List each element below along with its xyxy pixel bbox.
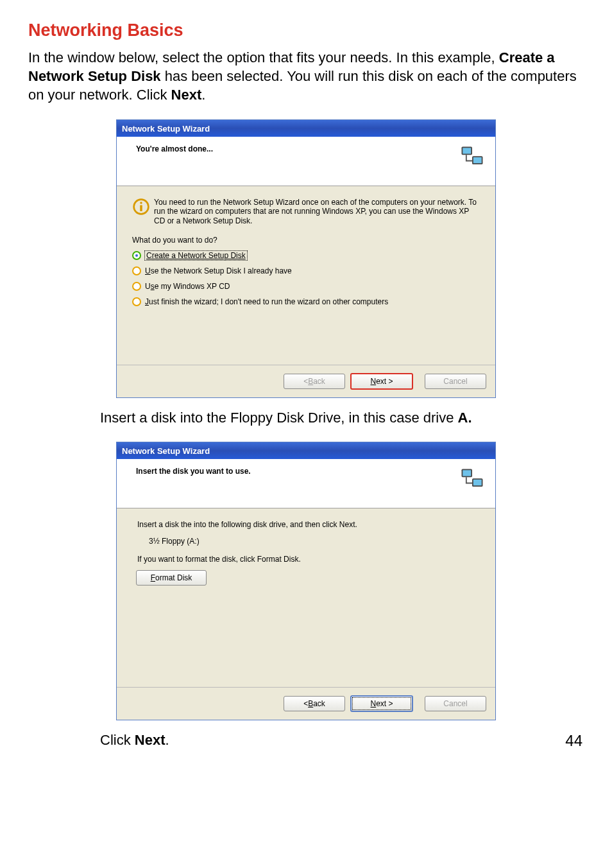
wizard2-line1: Insert a disk the into the following dis… (137, 520, 480, 529)
svg-rect-10 (473, 480, 482, 485)
wizard1-info-text: You need to run the Network Setup Wizard… (154, 198, 480, 225)
intro-part1: In the window below, select the option t… (28, 49, 499, 65)
cancel-button: Cancel (425, 374, 486, 389)
wizard2-button-bar: < Back Next > Cancel (117, 687, 495, 720)
wizard2-drive: 3½ Floppy (A:) (149, 537, 480, 546)
midtext-bold: A. (458, 410, 472, 426)
svg-rect-6 (140, 205, 142, 211)
info-icon (132, 198, 150, 216)
wizard1-button-bar: < Back Next > Cancel (117, 365, 495, 397)
wizard-dialog-2: Network Setup Wizard Insert the disk you… (116, 442, 496, 720)
wizard2-line2: If you want to format the disk, click Fo… (137, 555, 480, 564)
svg-point-5 (140, 202, 142, 204)
svg-rect-1 (463, 148, 471, 153)
network-icon (458, 465, 486, 494)
radio-use-existing-label: Use the Network Setup Disk I already hav… (145, 266, 292, 275)
wizard1-titlebar: Network Setup Wizard (117, 120, 495, 137)
wizard1-title: Network Setup Wizard (122, 124, 210, 134)
radio-just-finish[interactable]: Just finish the wizard; I don't need to … (132, 297, 480, 306)
page-number: 44 (28, 732, 584, 750)
wizard1-header: You're almost done... (117, 137, 495, 186)
wizard1-content: You need to run the Network Setup Wizard… (117, 186, 495, 365)
wizard2-titlebar: Network Setup Wizard (117, 442, 495, 459)
wizard-dialog-1: Network Setup Wizard You're almost done.… (116, 119, 496, 398)
format-disk-button[interactable]: Format Disk (136, 570, 207, 586)
midtext-part1: Insert a disk into the Floppy Disk Drive… (100, 410, 458, 426)
next-button[interactable]: Next > (350, 373, 413, 390)
wizard2-header: Insert the disk you want to use. (117, 459, 495, 508)
svg-rect-8 (463, 470, 471, 476)
cancel-button: Cancel (425, 696, 486, 711)
section-title: Networking Basics (28, 21, 584, 40)
wizard2-content: Insert a disk the into the following dis… (117, 508, 495, 687)
radio-use-existing-disk[interactable]: Use the Network Setup Disk I already hav… (132, 266, 480, 275)
wizard2-heading: Insert the disk you want to use. (136, 465, 251, 476)
intro-paragraph: In the window below, select the option t… (28, 48, 584, 104)
wizard2-title: Network Setup Wizard (122, 446, 210, 456)
back-button: < Back (284, 374, 345, 389)
svg-rect-3 (473, 157, 482, 163)
back-button[interactable]: < Back (284, 696, 345, 711)
radio-empty-icon (132, 266, 141, 275)
intro-part3: . (201, 87, 205, 103)
network-icon (458, 143, 486, 171)
radio-just-finish-label: Just finish the wizard; I don't need to … (145, 297, 388, 306)
next-button[interactable]: Next > (350, 695, 413, 712)
intro-bold2: Next (171, 87, 202, 103)
wizard1-question: What do you want to do? (132, 236, 480, 245)
radio-use-xp-cd-label: Use my Windows XP CD (145, 282, 230, 291)
radio-empty-icon (132, 282, 141, 291)
radio-empty-icon (132, 297, 141, 306)
radio-create-disk[interactable]: Create a Network Setup Disk (132, 251, 480, 260)
radio-create-disk-label: Create a Network Setup Disk (145, 251, 247, 260)
wizard1-heading: You're almost done... (136, 143, 213, 153)
radio-selected-icon (132, 251, 141, 260)
radio-use-xp-cd[interactable]: Use my Windows XP CD (132, 282, 480, 291)
mid-instruction: Insert a disk into the Floppy Disk Drive… (100, 410, 584, 426)
